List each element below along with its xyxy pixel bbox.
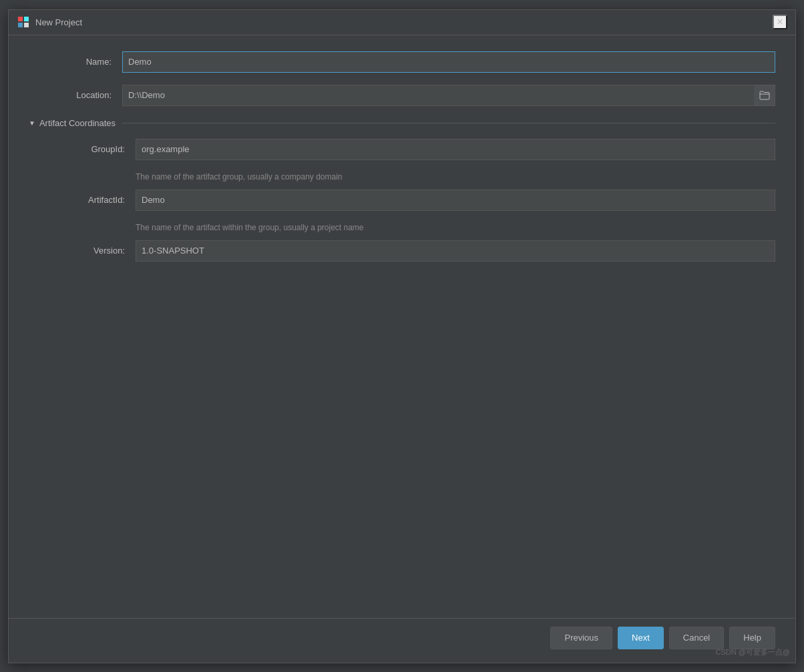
- artifactid-label: ArtifactId:: [42, 195, 136, 205]
- version-input[interactable]: [136, 240, 775, 262]
- artifactid-row: ArtifactId:: [42, 190, 775, 211]
- cancel-button[interactable]: Cancel: [669, 627, 724, 649]
- next-button[interactable]: Next: [618, 627, 664, 649]
- title-bar-left: New Project: [17, 15, 82, 29]
- artifact-section-content: GroupId: The name of the artifact group,…: [29, 139, 775, 262]
- dialog-content: Name: Location: ▼ Artifact Coordinates: [9, 35, 795, 618]
- new-project-dialog: New Project × Name: Location:: [8, 9, 796, 663]
- help-button[interactable]: Help: [729, 627, 775, 649]
- app-icon: [17, 15, 30, 29]
- title-bar: New Project ×: [9, 10, 795, 35]
- collapse-arrow-icon[interactable]: ▼: [29, 119, 35, 127]
- dialog-footer: Previous Next Cancel Help: [9, 618, 795, 663]
- version-row: Version:: [42, 240, 775, 262]
- name-row: Name:: [29, 51, 775, 73]
- svg-rect-3: [24, 23, 29, 27]
- close-button[interactable]: ×: [773, 15, 787, 29]
- section-divider: [122, 123, 775, 123]
- groupid-input[interactable]: [136, 139, 775, 160]
- groupid-row: GroupId:: [42, 139, 775, 160]
- location-input-wrapper: [122, 85, 775, 106]
- artifact-section-title: Artifact Coordinates: [39, 118, 116, 128]
- svg-rect-1: [24, 17, 29, 21]
- artifactid-hint: The name of the artifact within the grou…: [42, 223, 775, 232]
- svg-rect-2: [18, 23, 23, 27]
- name-label: Name:: [29, 57, 122, 67]
- location-label: Location:: [29, 90, 122, 100]
- artifactid-input[interactable]: [136, 190, 775, 211]
- name-input[interactable]: [122, 51, 775, 73]
- previous-button[interactable]: Previous: [550, 627, 612, 649]
- groupid-hint: The name of the artifact group, usually …: [42, 172, 775, 182]
- version-label: Version:: [42, 246, 136, 256]
- groupid-label: GroupId:: [42, 144, 136, 154]
- watermark: CSDN @可爱多一点@: [715, 647, 790, 657]
- location-row: Location:: [29, 85, 775, 106]
- location-input[interactable]: [122, 85, 775, 106]
- dialog-title: New Project: [35, 17, 82, 27]
- svg-rect-0: [18, 17, 23, 21]
- browse-folder-button[interactable]: [754, 85, 775, 106]
- artifact-section-header: ▼ Artifact Coordinates: [29, 118, 775, 128]
